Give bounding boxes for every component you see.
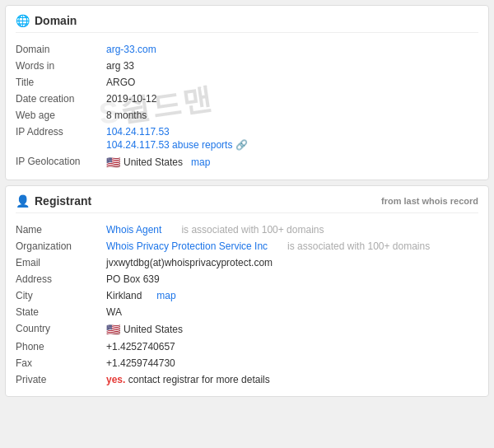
name-link[interactable]: Whois Agent xyxy=(106,224,161,236)
organization-assoc: is associated with 100+ domains xyxy=(287,240,430,252)
city-label: City xyxy=(16,290,106,301)
title-row: Title ARGO xyxy=(16,74,478,91)
ip-map-link[interactable]: map xyxy=(191,156,210,168)
fax-label: Fax xyxy=(16,357,106,369)
registrant-section: 👤 Registrant from last whois record Name… xyxy=(5,185,489,397)
yes-text: yes. xyxy=(106,374,125,385)
globe-icon: 🌐 xyxy=(16,14,30,27)
address-row: Address PO Box 639 xyxy=(16,271,478,287)
country-text: United States xyxy=(124,324,183,335)
email-row: Email jvxwytdbg(at)whoisprivacyprotect.c… xyxy=(16,254,478,271)
email-value: jvxwytdbg(at)whoisprivacyprotect.com xyxy=(106,257,478,268)
ip-abuse-link[interactable]: 104.24.117.53 abuse reports 🔗 xyxy=(106,139,478,151)
phone-label: Phone xyxy=(16,341,106,352)
city-value: Kirkland map xyxy=(106,290,478,301)
city-map-link[interactable]: map xyxy=(156,290,175,301)
state-value: WA xyxy=(106,306,478,318)
date-creation-value: 2019-10-12 xyxy=(106,93,478,105)
state-row: State WA xyxy=(16,304,478,320)
city-text: Kirkland xyxy=(106,290,142,301)
words-in-value: arg 33 xyxy=(106,60,478,72)
ip-geolocation-row: IP Geolocation 🇺🇸 United States map xyxy=(16,153,478,171)
name-assoc: is associated with 100+ domains xyxy=(181,224,324,236)
email-label: Email xyxy=(16,257,106,268)
country-value: 🇺🇸 United States xyxy=(106,323,478,336)
ip-address-label: IP Address xyxy=(16,126,106,138)
address-label: Address xyxy=(16,273,106,285)
organization-label: Organization xyxy=(16,240,106,252)
registrant-title-text: Registrant xyxy=(35,194,91,208)
domain-value: arg-33.com xyxy=(106,44,478,55)
title-value: ARGO xyxy=(106,77,478,88)
ip-geolocation-country: United States xyxy=(124,156,183,168)
fax-row: Fax +1.4259744730 xyxy=(16,355,478,371)
name-label: Name xyxy=(16,224,106,236)
date-creation-row: Date creation 2019-10-12 xyxy=(16,91,478,107)
registrant-section-title: 👤 Registrant from last whois record xyxy=(16,194,478,213)
country-label: Country xyxy=(16,323,106,334)
phone-row: Phone +1.4252740657 xyxy=(16,338,478,355)
name-value: Whois Agent is associated with 100+ doma… xyxy=(106,224,478,236)
person-icon: 👤 xyxy=(16,194,30,208)
domain-section: 🌐 Domain Domain arg-33.com Words in arg … xyxy=(5,5,489,180)
ip-address-row: IP Address 104.24.117.53 104.24.117.53 a… xyxy=(16,124,478,153)
domain-section-title: 🌐 Domain xyxy=(16,14,478,33)
state-label: State xyxy=(16,306,106,318)
phone-value: +1.4252740657 xyxy=(106,341,478,352)
words-in-row: Words in arg 33 xyxy=(16,58,478,74)
private-row: Private yes. contact registrar for more … xyxy=(16,371,478,388)
domain-row: Domain arg-33.com xyxy=(16,41,478,58)
fax-value: +1.4259744730 xyxy=(106,357,478,369)
ip-geolocation-value: 🇺🇸 United States map xyxy=(106,156,478,169)
private-value: yes. contact registrar for more details xyxy=(106,374,478,385)
title-label: Title xyxy=(16,77,106,88)
web-age-label: Web age xyxy=(16,110,106,121)
ip-geolocation-label: IP Geolocation xyxy=(16,156,106,167)
country-row: Country 🇺🇸 United States xyxy=(16,320,478,338)
web-age-row: Web age 8 months xyxy=(16,107,478,124)
organization-link[interactable]: Whois Privacy Protection Service Inc xyxy=(106,240,268,252)
country-flag-icon: 🇺🇸 xyxy=(106,323,120,336)
domain-title-text: Domain xyxy=(35,14,77,27)
private-detail: contact registrar for more details xyxy=(128,374,270,385)
ip-link[interactable]: 104.24.117.53 xyxy=(106,126,478,138)
domain-link[interactable]: arg-33.com xyxy=(106,44,156,55)
domain-label: Domain xyxy=(16,44,106,55)
city-row: City Kirkland map xyxy=(16,287,478,304)
name-row: Name Whois Agent is associated with 100+… xyxy=(16,222,478,238)
from-record-text: from last whois record xyxy=(381,196,478,206)
date-creation-label: Date creation xyxy=(16,93,106,105)
ip-address-value: 104.24.117.53 104.24.117.53 abuse report… xyxy=(106,126,478,151)
us-flag-icon: 🇺🇸 xyxy=(106,156,120,169)
words-in-label: Words in xyxy=(16,60,106,72)
web-age-value: 8 months xyxy=(106,110,478,121)
organization-row: Organization Whois Privacy Protection Se… xyxy=(16,238,478,254)
address-value: PO Box 639 xyxy=(106,273,478,285)
organization-value: Whois Privacy Protection Service Inc is … xyxy=(106,240,478,252)
private-label: Private xyxy=(16,374,106,385)
